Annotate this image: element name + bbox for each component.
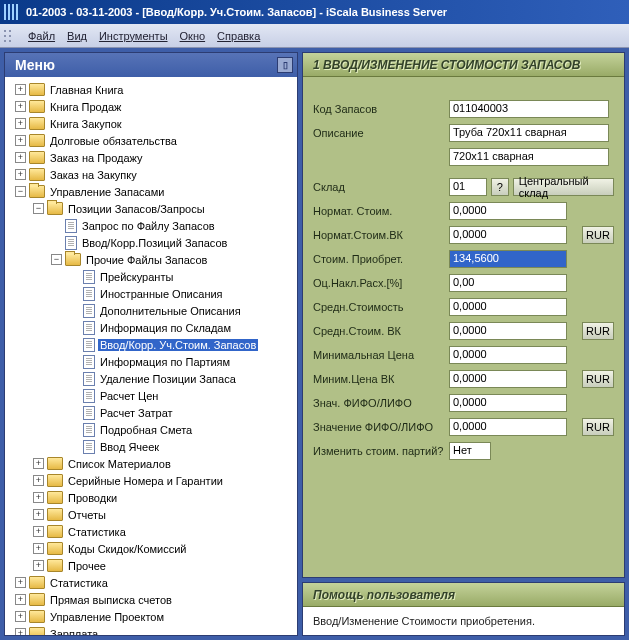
tree-item[interactable]: +Долговые обязательства	[7, 132, 297, 149]
sidebar-title: Меню	[15, 57, 55, 73]
tree-item[interactable]: −Позиции Запасов/Запросы	[7, 200, 297, 217]
expand-icon[interactable]: +	[33, 458, 44, 469]
tree-item[interactable]: +Управление Проектом	[7, 608, 297, 625]
form-input[interactable]: 0,0000	[449, 322, 567, 340]
form-input[interactable]: 0,0000	[449, 370, 567, 388]
tree-spacer	[69, 288, 80, 299]
expand-icon[interactable]: +	[15, 628, 26, 635]
form-input[interactable]: 011040003	[449, 100, 609, 118]
tree-item[interactable]: +Заказ на Закупку	[7, 166, 297, 183]
tree-item[interactable]: −Управление Запасами	[7, 183, 297, 200]
tree-item[interactable]: Ввод/Корр. Уч.Стоим. Запасов	[7, 336, 297, 353]
folder-icon	[29, 134, 45, 147]
tree-item[interactable]: Расчет Затрат	[7, 404, 297, 421]
tree-item[interactable]: +Отчеты	[7, 506, 297, 523]
form-input[interactable]: 0,0000	[449, 226, 567, 244]
tree-item[interactable]: +Серийные Номера и Гарантии	[7, 472, 297, 489]
currency-unit: RUR	[582, 418, 614, 436]
tree-item[interactable]: Информация по Партиям	[7, 353, 297, 370]
tree-item[interactable]: +Коды Скидок/Комиссий	[7, 540, 297, 557]
tree-item[interactable]: −Прочие Файлы Запасов	[7, 251, 297, 268]
collapse-icon[interactable]: −	[51, 254, 62, 265]
form-input[interactable]: Труба 720х11 сварная	[449, 124, 609, 142]
help-text: Ввод/Изменение Стоимости приобретения.	[303, 607, 624, 635]
expand-icon[interactable]: +	[15, 577, 26, 588]
expand-icon[interactable]: +	[15, 101, 26, 112]
tree-item[interactable]: Иностранные Описания	[7, 285, 297, 302]
tree-item[interactable]: Подробная Смета	[7, 421, 297, 438]
form-row: Значение ФИФО/ЛИФО0,0000RUR	[313, 415, 614, 439]
lookup-button[interactable]: ?	[491, 178, 509, 196]
form-input[interactable]: 134,5600	[449, 250, 567, 268]
form-input[interactable]: 0,0000	[449, 394, 567, 412]
form-input[interactable]: 0,00	[449, 274, 567, 292]
tree-item-label: Серийные Номера и Гарантии	[66, 475, 225, 487]
form-label: Стоим. Приобрет.	[313, 253, 449, 265]
menu-window[interactable]: Окно	[174, 30, 212, 42]
expand-icon[interactable]: +	[33, 492, 44, 503]
page-icon	[83, 355, 95, 369]
tree-item[interactable]: +Заказ на Продажу	[7, 149, 297, 166]
tree-spacer	[69, 305, 80, 316]
form-row: Изменить стоим. партий?Нет	[313, 439, 614, 463]
form-input[interactable]: 0,0000	[449, 346, 567, 364]
tree-item-label: Книга Закупок	[48, 118, 124, 130]
form-label: Нормат.Стоим.ВК	[313, 229, 449, 241]
expand-icon[interactable]: +	[15, 84, 26, 95]
tree-item[interactable]: Запрос по Файлу Запасов	[7, 217, 297, 234]
expand-icon[interactable]: +	[33, 526, 44, 537]
expand-icon[interactable]: +	[33, 509, 44, 520]
form-input[interactable]: 01	[449, 178, 487, 196]
expand-icon[interactable]: +	[15, 611, 26, 622]
tree-item[interactable]: Дополнительные Описания	[7, 302, 297, 319]
tree-item[interactable]: +Главная Книга	[7, 81, 297, 98]
expand-icon[interactable]: +	[33, 560, 44, 571]
tree-spacer	[69, 373, 80, 384]
form-label: Средн.Стоимость	[313, 301, 449, 313]
expand-icon[interactable]: +	[15, 135, 26, 146]
tree-item-label: Ввод Ячеек	[98, 441, 161, 453]
expand-icon[interactable]: +	[15, 118, 26, 129]
expand-icon[interactable]: +	[15, 152, 26, 163]
tree-item-label: Главная Книга	[48, 84, 125, 96]
tree-item[interactable]: +Статистика	[7, 523, 297, 540]
tree-spacer	[69, 356, 80, 367]
form-input[interactable]: Нет	[449, 442, 491, 460]
tree-item[interactable]: Ввод/Корр.Позиций Запасов	[7, 234, 297, 251]
expand-icon[interactable]: +	[33, 543, 44, 554]
tree-item[interactable]: +Список Материалов	[7, 455, 297, 472]
tree-item[interactable]: +Книга Продаж	[7, 98, 297, 115]
form-input[interactable]: 0,0000	[449, 298, 567, 316]
tree-item[interactable]: Расчет Цен	[7, 387, 297, 404]
sidebar-collapse-button[interactable]: ▯	[277, 57, 293, 73]
nav-tree[interactable]: +Главная Книга+Книга Продаж+Книга Закупо…	[5, 77, 297, 635]
form-input[interactable]: 0,0000	[449, 202, 567, 220]
form-input[interactable]: 720х11 сварная	[449, 148, 609, 166]
expand-icon[interactable]: +	[15, 594, 26, 605]
tree-spacer	[69, 339, 80, 350]
expand-icon[interactable]: +	[33, 475, 44, 486]
tree-item[interactable]: +Прочее	[7, 557, 297, 574]
tree-item[interactable]: +Зарплата	[7, 625, 297, 635]
menu-view[interactable]: Вид	[61, 30, 93, 42]
tree-item-label: Позиции Запасов/Запросы	[66, 203, 207, 215]
form-input[interactable]: 0,0000	[449, 418, 567, 436]
tree-item-label: Прочее	[66, 560, 108, 572]
tree-item[interactable]: Информация по Складам	[7, 319, 297, 336]
form-label: Оц.Накл.Расх.[%]	[313, 277, 449, 289]
tree-item[interactable]: +Книга Закупок	[7, 115, 297, 132]
tree-item[interactable]: Удаление Позиции Запаса	[7, 370, 297, 387]
tree-item[interactable]: +Проводки	[7, 489, 297, 506]
collapse-icon[interactable]: −	[15, 186, 26, 197]
menu-tools[interactable]: Инструменты	[93, 30, 174, 42]
expand-icon[interactable]: +	[15, 169, 26, 180]
tree-item[interactable]: +Прямая выписка счетов	[7, 591, 297, 608]
tree-item[interactable]: +Статистика	[7, 574, 297, 591]
collapse-icon[interactable]: −	[33, 203, 44, 214]
tree-item[interactable]: Прейскуранты	[7, 268, 297, 285]
tree-item[interactable]: Ввод Ячеек	[7, 438, 297, 455]
folder-icon	[29, 100, 45, 113]
menu-help[interactable]: Справка	[211, 30, 266, 42]
form-row: Знач. ФИФО/ЛИФО0,0000	[313, 391, 614, 415]
menu-file[interactable]: Файл	[22, 30, 61, 42]
